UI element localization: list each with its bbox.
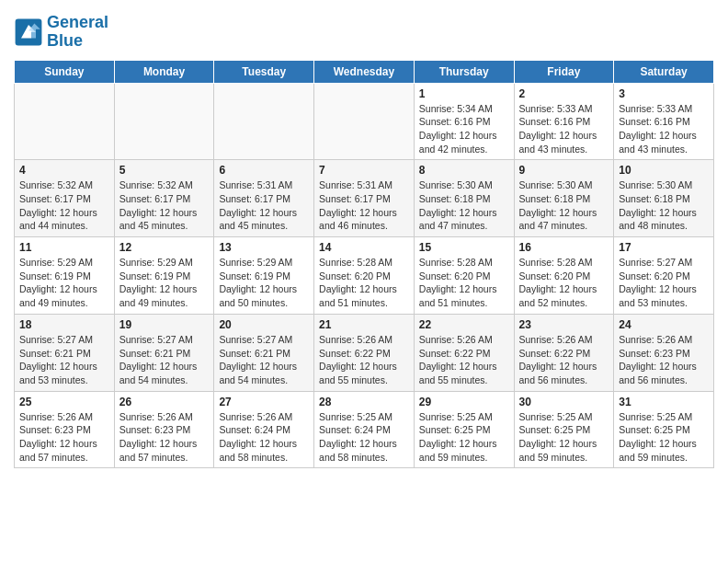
day-info: Sunrise: 5:33 AM Sunset: 6:16 PM Dayligh… bbox=[519, 102, 609, 156]
calendar-cell: 15Sunrise: 5:28 AM Sunset: 6:20 PM Dayli… bbox=[414, 237, 514, 315]
day-info: Sunrise: 5:26 AM Sunset: 6:24 PM Dayligh… bbox=[219, 410, 309, 465]
day-info: Sunrise: 5:30 AM Sunset: 6:18 PM Dayligh… bbox=[619, 178, 709, 233]
calendar-cell: 26Sunrise: 5:26 AM Sunset: 6:23 PM Dayli… bbox=[114, 391, 214, 468]
weekday-header-saturday: Saturday bbox=[614, 60, 714, 83]
calendar-cell: 19Sunrise: 5:27 AM Sunset: 6:21 PM Dayli… bbox=[114, 314, 214, 391]
day-info: Sunrise: 5:31 AM Sunset: 6:17 PM Dayligh… bbox=[319, 178, 409, 233]
calendar-cell: 16Sunrise: 5:28 AM Sunset: 6:20 PM Dayli… bbox=[514, 237, 614, 315]
day-number: 2 bbox=[519, 87, 609, 100]
weekday-header-thursday: Thursday bbox=[414, 60, 514, 83]
day-number: 6 bbox=[219, 164, 309, 177]
calendar-cell: 13Sunrise: 5:29 AM Sunset: 6:19 PM Dayli… bbox=[214, 237, 314, 315]
day-info: Sunrise: 5:26 AM Sunset: 6:22 PM Dayligh… bbox=[319, 333, 409, 387]
calendar-cell: 4Sunrise: 5:32 AM Sunset: 6:17 PM Daylig… bbox=[15, 160, 115, 237]
weekday-header-sunday: Sunday bbox=[15, 60, 115, 83]
day-number: 8 bbox=[419, 164, 509, 177]
day-number: 17 bbox=[619, 241, 709, 254]
day-info: Sunrise: 5:27 AM Sunset: 6:21 PM Dayligh… bbox=[219, 333, 309, 387]
day-info: Sunrise: 5:30 AM Sunset: 6:18 PM Dayligh… bbox=[419, 178, 509, 233]
day-info: Sunrise: 5:32 AM Sunset: 6:17 PM Dayligh… bbox=[19, 178, 109, 233]
day-number: 25 bbox=[19, 396, 109, 408]
calendar-cell: 14Sunrise: 5:28 AM Sunset: 6:20 PM Dayli… bbox=[314, 237, 415, 315]
day-number: 29 bbox=[419, 396, 509, 408]
day-info: Sunrise: 5:25 AM Sunset: 6:25 PM Dayligh… bbox=[519, 410, 609, 465]
calendar-row-3: 11Sunrise: 5:29 AM Sunset: 6:19 PM Dayli… bbox=[15, 237, 714, 315]
day-info: Sunrise: 5:26 AM Sunset: 6:23 PM Dayligh… bbox=[19, 410, 109, 465]
weekday-header-friday: Friday bbox=[514, 60, 614, 83]
day-number: 15 bbox=[419, 241, 509, 254]
day-number: 31 bbox=[619, 396, 709, 408]
calendar-cell: 28Sunrise: 5:25 AM Sunset: 6:24 PM Dayli… bbox=[314, 391, 415, 468]
day-info: Sunrise: 5:27 AM Sunset: 6:21 PM Dayligh… bbox=[19, 333, 109, 387]
calendar-cell: 2Sunrise: 5:33 AM Sunset: 6:16 PM Daylig… bbox=[514, 83, 614, 160]
day-info: Sunrise: 5:29 AM Sunset: 6:19 PM Dayligh… bbox=[19, 256, 109, 310]
calendar-cell: 7Sunrise: 5:31 AM Sunset: 6:17 PM Daylig… bbox=[314, 160, 415, 237]
day-info: Sunrise: 5:31 AM Sunset: 6:17 PM Dayligh… bbox=[219, 178, 309, 233]
calendar-cell: 1Sunrise: 5:34 AM Sunset: 6:16 PM Daylig… bbox=[414, 83, 514, 160]
day-number: 11 bbox=[19, 241, 109, 254]
day-number: 16 bbox=[519, 241, 609, 254]
calendar-cell: 21Sunrise: 5:26 AM Sunset: 6:22 PM Dayli… bbox=[314, 314, 415, 391]
calendar-cell: 29Sunrise: 5:25 AM Sunset: 6:25 PM Dayli… bbox=[414, 391, 514, 468]
day-info: Sunrise: 5:26 AM Sunset: 6:23 PM Dayligh… bbox=[619, 333, 709, 387]
day-info: Sunrise: 5:26 AM Sunset: 6:22 PM Dayligh… bbox=[519, 333, 609, 387]
weekday-header-tuesday: Tuesday bbox=[214, 60, 314, 83]
day-info: Sunrise: 5:25 AM Sunset: 6:25 PM Dayligh… bbox=[619, 410, 709, 465]
calendar-cell: 22Sunrise: 5:26 AM Sunset: 6:22 PM Dayli… bbox=[414, 314, 514, 391]
calendar-cell: 17Sunrise: 5:27 AM Sunset: 6:20 PM Dayli… bbox=[614, 237, 714, 315]
day-number: 1 bbox=[419, 87, 509, 100]
day-info: Sunrise: 5:26 AM Sunset: 6:23 PM Dayligh… bbox=[119, 410, 210, 465]
day-number: 19 bbox=[119, 318, 210, 331]
logo-text: General Blue bbox=[47, 14, 108, 51]
day-number: 20 bbox=[219, 318, 309, 331]
day-info: Sunrise: 5:33 AM Sunset: 6:16 PM Dayligh… bbox=[619, 102, 709, 156]
calendar-table: SundayMondayTuesdayWednesdayThursdayFrid… bbox=[14, 60, 714, 469]
calendar-cell: 24Sunrise: 5:26 AM Sunset: 6:23 PM Dayli… bbox=[614, 314, 714, 391]
calendar-cell: 6Sunrise: 5:31 AM Sunset: 6:17 PM Daylig… bbox=[214, 160, 314, 237]
day-number: 4 bbox=[19, 164, 109, 177]
calendar-cell bbox=[214, 83, 314, 160]
calendar-cell bbox=[15, 83, 115, 160]
weekday-header-row: SundayMondayTuesdayWednesdayThursdayFrid… bbox=[15, 60, 714, 83]
day-number: 14 bbox=[319, 241, 409, 254]
calendar-cell: 30Sunrise: 5:25 AM Sunset: 6:25 PM Dayli… bbox=[514, 391, 614, 468]
calendar-cell: 31Sunrise: 5:25 AM Sunset: 6:25 PM Dayli… bbox=[614, 391, 714, 468]
day-number: 21 bbox=[319, 318, 409, 331]
day-number: 28 bbox=[319, 396, 409, 408]
weekday-header-monday: Monday bbox=[114, 60, 214, 83]
day-info: Sunrise: 5:28 AM Sunset: 6:20 PM Dayligh… bbox=[519, 256, 609, 310]
calendar-row-5: 25Sunrise: 5:26 AM Sunset: 6:23 PM Dayli… bbox=[15, 391, 714, 468]
day-number: 24 bbox=[619, 318, 709, 331]
day-number: 7 bbox=[319, 164, 409, 177]
logo-icon bbox=[14, 17, 43, 47]
day-number: 26 bbox=[119, 396, 210, 408]
calendar-cell: 8Sunrise: 5:30 AM Sunset: 6:18 PM Daylig… bbox=[414, 160, 514, 237]
day-number: 12 bbox=[119, 241, 210, 254]
calendar-cell: 27Sunrise: 5:26 AM Sunset: 6:24 PM Dayli… bbox=[214, 391, 314, 468]
day-info: Sunrise: 5:34 AM Sunset: 6:16 PM Dayligh… bbox=[419, 102, 509, 156]
calendar-row-1: 1Sunrise: 5:34 AM Sunset: 6:16 PM Daylig… bbox=[15, 83, 714, 160]
day-info: Sunrise: 5:25 AM Sunset: 6:24 PM Dayligh… bbox=[319, 410, 409, 465]
calendar-cell: 18Sunrise: 5:27 AM Sunset: 6:21 PM Dayli… bbox=[15, 314, 115, 391]
calendar-cell bbox=[114, 83, 214, 160]
day-info: Sunrise: 5:26 AM Sunset: 6:22 PM Dayligh… bbox=[419, 333, 509, 387]
calendar-cell: 10Sunrise: 5:30 AM Sunset: 6:18 PM Dayli… bbox=[614, 160, 714, 237]
day-info: Sunrise: 5:32 AM Sunset: 6:17 PM Dayligh… bbox=[119, 178, 210, 233]
calendar-row-2: 4Sunrise: 5:32 AM Sunset: 6:17 PM Daylig… bbox=[15, 160, 714, 237]
calendar-cell: 20Sunrise: 5:27 AM Sunset: 6:21 PM Dayli… bbox=[214, 314, 314, 391]
calendar-body: 1Sunrise: 5:34 AM Sunset: 6:16 PM Daylig… bbox=[15, 83, 714, 468]
weekday-header-wednesday: Wednesday bbox=[314, 60, 415, 83]
logo: General Blue bbox=[14, 14, 108, 51]
calendar-header: SundayMondayTuesdayWednesdayThursdayFrid… bbox=[15, 60, 714, 83]
page-header: General Blue bbox=[14, 14, 714, 51]
day-number: 9 bbox=[519, 164, 609, 177]
day-info: Sunrise: 5:30 AM Sunset: 6:18 PM Dayligh… bbox=[519, 178, 609, 233]
day-info: Sunrise: 5:29 AM Sunset: 6:19 PM Dayligh… bbox=[219, 256, 309, 310]
day-info: Sunrise: 5:28 AM Sunset: 6:20 PM Dayligh… bbox=[319, 256, 409, 310]
day-info: Sunrise: 5:25 AM Sunset: 6:25 PM Dayligh… bbox=[419, 410, 509, 465]
day-number: 23 bbox=[519, 318, 609, 331]
day-number: 3 bbox=[619, 87, 709, 100]
day-info: Sunrise: 5:27 AM Sunset: 6:21 PM Dayligh… bbox=[119, 333, 210, 387]
day-number: 13 bbox=[219, 241, 309, 254]
day-info: Sunrise: 5:28 AM Sunset: 6:20 PM Dayligh… bbox=[419, 256, 509, 310]
